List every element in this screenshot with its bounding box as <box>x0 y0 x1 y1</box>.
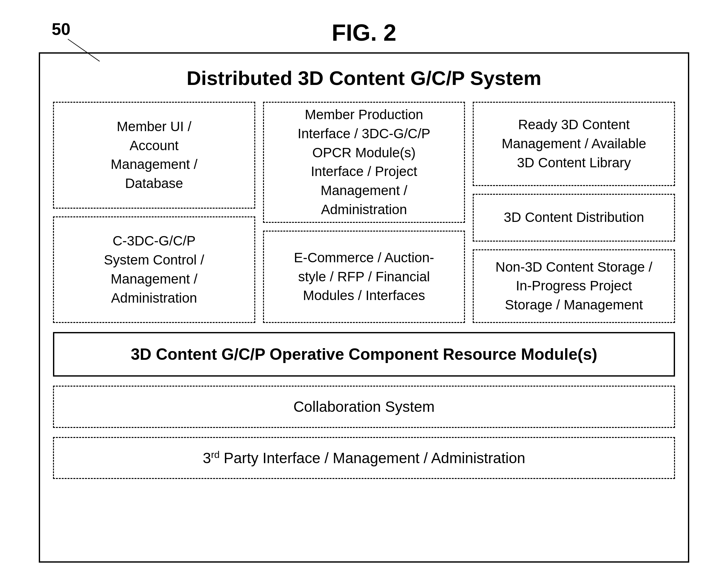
member-ui-box: Member UI / Account Management / Databas… <box>53 102 255 209</box>
page: 50 FIG. 2 Distributed 3D Content G/C/P S… <box>0 0 728 582</box>
figure-label: FIG. 2 <box>332 19 396 46</box>
reference-number: 50 <box>52 19 71 39</box>
right-column: Ready 3D Content Management / Available … <box>473 102 675 323</box>
center-column: Member Production Interface / 3DC-G/C/P … <box>263 102 465 323</box>
resource-module-box: 3D Content G/C/P Operative Component Res… <box>53 332 675 377</box>
outer-box: Distributed 3D Content G/C/P System Memb… <box>39 52 689 563</box>
ecommerce-box: E-Commerce / Auction- style / RFP / Fina… <box>263 231 465 323</box>
outer-title: Distributed 3D Content G/C/P System <box>53 67 675 89</box>
collaboration-box: Collaboration System <box>53 386 675 428</box>
c3dc-box: C-3DC-G/C/P System Control / Management … <box>53 216 255 323</box>
left-column: Member UI / Account Management / Databas… <box>53 102 255 323</box>
non-3d-content-box: Non-3D Content Storage / In-Progress Pro… <box>473 249 675 323</box>
member-production-box: Member Production Interface / 3DC-G/C/P … <box>263 102 465 223</box>
third-party-box: 3rd Party Interface / Management / Admin… <box>53 437 675 479</box>
ready-3d-content-box: Ready 3D Content Management / Available … <box>473 102 675 186</box>
third-party-text: 3rd Party Interface / Management / Admin… <box>203 448 525 468</box>
top-grid: Member UI / Account Management / Databas… <box>53 102 675 323</box>
3d-content-distribution-box: 3D Content Distribution <box>473 194 675 241</box>
